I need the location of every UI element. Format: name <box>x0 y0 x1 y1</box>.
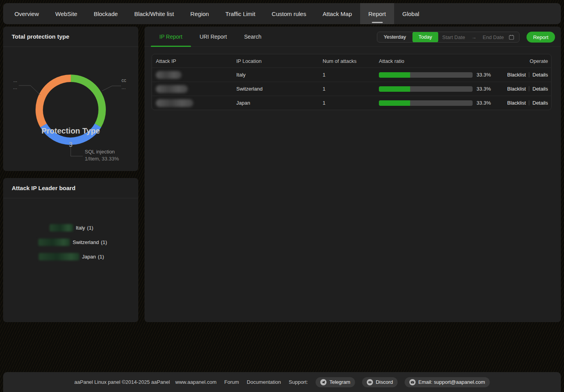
donut-segments <box>28 67 114 153</box>
discord-icon <box>367 379 373 385</box>
panel-title: Total protection type <box>3 27 138 47</box>
nav-item-overview[interactable]: Overview <box>6 3 47 24</box>
table-row: Italy 1 33.3% Blacklist Details <box>152 68 551 82</box>
ratio-progress-fill <box>379 100 410 106</box>
cell-attack-ratio: 33.3% <box>379 100 501 106</box>
today-button[interactable]: Today <box>412 32 439 43</box>
footer-link-forum[interactable]: Forum <box>224 379 239 385</box>
table-header-row: Attack IP IP Location Num of attacks Att… <box>152 54 551 68</box>
email-label: Email: support@aapanel.com <box>418 379 485 385</box>
blacklist-link[interactable]: Blacklist <box>507 100 526 106</box>
nav-item-blockade[interactable]: Blockade <box>86 3 126 24</box>
pie-label-right: cc ... <box>121 77 126 91</box>
start-date-input[interactable]: Start Date <box>438 34 469 40</box>
report-tabbar: IP Report URI Report Search Yesterday To… <box>145 27 561 47</box>
blurred-ip-bar <box>38 239 70 246</box>
nav-item-custom-rules[interactable]: Custom rules <box>264 3 314 24</box>
blurred-ip-bar <box>39 253 79 260</box>
nav-item-traffic-limit[interactable]: Traffic Limit <box>217 3 264 24</box>
nav-item-report[interactable]: Report <box>360 3 394 24</box>
footer-support-label: Support: <box>289 379 308 385</box>
details-link[interactable]: Details <box>532 72 548 78</box>
date-filter-controls: Yesterday Today Start Date → End Date Re… <box>377 32 555 43</box>
telegram-label: Telegram <box>329 379 350 385</box>
email-icon <box>409 379 416 385</box>
pie-label-bottom-name: SQL injection <box>85 148 119 155</box>
tab-search[interactable]: Search <box>236 27 270 46</box>
ratio-progress-fill <box>379 86 410 92</box>
donut-center-title: Protection Type <box>3 127 138 135</box>
ratio-value: 33.3% <box>477 100 491 106</box>
report-button[interactable]: Report <box>527 32 555 43</box>
tab-ip-report[interactable]: IP Report <box>151 27 191 46</box>
report-panel: IP Report URI Report Search Yesterday To… <box>145 27 561 322</box>
header-attack-ratio: Attack ratio <box>379 58 501 64</box>
top-nav: Overview WebSite Blockade Black/White li… <box>3 3 561 24</box>
end-date-input[interactable]: End Date <box>479 34 508 40</box>
donut-center-value: 3 <box>3 141 138 148</box>
operate-divider <box>529 86 529 91</box>
blurred-ip-bar <box>50 224 73 232</box>
email-button[interactable]: Email: support@aapanel.com <box>405 377 490 387</box>
cell-attack-ratio: 33.3% <box>379 72 501 78</box>
leaderboard-label: Switzerland(1) <box>73 239 107 245</box>
discord-button[interactable]: Discord <box>362 377 398 387</box>
header-ip-location: IP Location <box>236 58 323 64</box>
table-row: Switzerland 1 33.3% Blacklist Details <box>152 82 551 96</box>
pie-label-bottom-value: 1/Item, 33.33% <box>85 155 119 162</box>
header-attack-ip: Attack IP <box>152 58 236 64</box>
cell-num-of-attacks: 1 <box>323 86 379 92</box>
operate-divider <box>529 100 529 105</box>
footer-link-website[interactable]: www.aapanel.com <box>175 379 217 385</box>
blacklist-link[interactable]: Blacklist <box>507 72 526 78</box>
ratio-value: 33.3% <box>477 86 491 92</box>
header-num-of-attacks: Num of attacks <box>323 58 379 64</box>
footer-link-documentation[interactable]: Documentation <box>247 379 281 385</box>
cell-num-of-attacks: 1 <box>323 100 379 106</box>
yesterday-button[interactable]: Yesterday <box>377 32 412 42</box>
attack-ip-table: Attack IP IP Location Num of attacks Att… <box>152 54 552 110</box>
pie-label-bottom: SQL injection 1/Item, 33.33% <box>85 148 119 162</box>
details-link[interactable]: Details <box>532 86 548 92</box>
calendar-icon[interactable] <box>509 34 514 40</box>
ratio-progressbar <box>379 72 473 78</box>
cell-ip-location: Japan <box>236 100 323 106</box>
attack-ip-leaderboard-panel: Attack IP Leader board Italy(1) Switzerl… <box>3 178 138 322</box>
leaderboard-row-italy: Italy(1) <box>50 224 93 232</box>
leaderboard-chart: Italy(1) Switzerland(1) Japan(1) <box>3 198 138 322</box>
leaderboard-label: Italy(1) <box>76 225 93 231</box>
nav-item-global[interactable]: Global <box>394 3 427 24</box>
blurred-attack-ip <box>156 71 182 79</box>
date-range-group: Yesterday Today Start Date → End Date <box>377 32 519 43</box>
cell-ip-location: Italy <box>236 72 323 78</box>
cell-ip-location: Switzerland <box>236 86 323 92</box>
ratio-progressbar <box>379 100 473 106</box>
discord-label: Discord <box>376 379 393 385</box>
nav-item-black-white-list[interactable]: Black/White list <box>126 3 182 24</box>
details-link[interactable]: Details <box>532 100 548 106</box>
pie-label-left-value: ... <box>13 84 17 91</box>
nav-item-attack-map[interactable]: Attack Map <box>314 3 360 24</box>
blurred-attack-ip <box>156 99 193 107</box>
ratio-progress-fill <box>379 72 410 78</box>
footer-copyright: aaPanel Linux panel ©2014-2025 aaPanel <box>74 379 170 385</box>
nav-item-website[interactable]: WebSite <box>47 3 86 24</box>
cell-attack-ratio: 33.3% <box>379 86 501 92</box>
date-range-arrow-icon: → <box>469 34 479 40</box>
panel-title: Attack IP Leader board <box>3 178 138 198</box>
leaderboard-label: Japan(1) <box>82 254 104 260</box>
tab-uri-report[interactable]: URI Report <box>191 27 236 46</box>
operate-divider <box>529 72 529 77</box>
ratio-progressbar <box>379 86 473 92</box>
pie-label-right-name: cc <box>121 77 126 84</box>
total-protection-type-panel: Total protection type Protection Type 3 … <box>3 27 138 171</box>
blacklist-link[interactable]: Blacklist <box>507 86 526 92</box>
nav-item-region[interactable]: Region <box>182 3 217 24</box>
pie-label-right-value: ... <box>121 84 126 91</box>
pie-label-left-name: ... <box>13 77 17 84</box>
label-line-right <box>102 86 121 91</box>
header-operate: Operate <box>501 58 551 64</box>
leaderboard-row-switzerland: Switzerland(1) <box>38 238 107 246</box>
telegram-button[interactable]: Telegram <box>316 377 355 387</box>
cell-num-of-attacks: 1 <box>323 72 379 78</box>
